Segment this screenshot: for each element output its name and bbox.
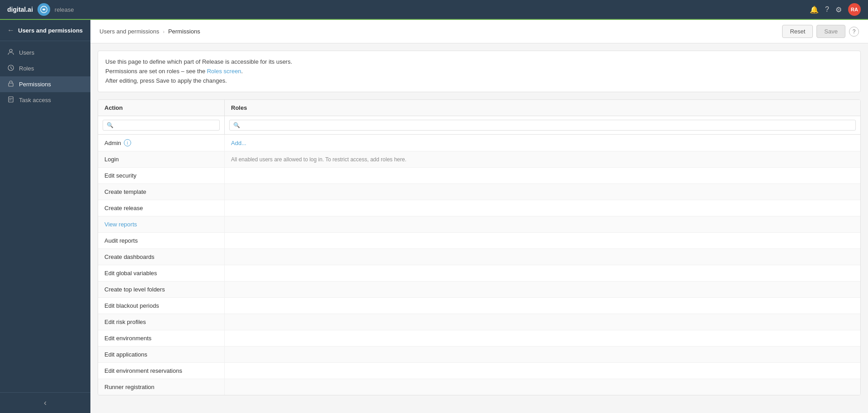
sidebar-item-users[interactable]: Users: [0, 45, 90, 61]
roles-cell: [225, 168, 860, 183]
roles-cell: [225, 233, 860, 249]
roles-cell: [225, 184, 860, 200]
svg-rect-4: [9, 97, 13, 102]
svg-point-1: [9, 49, 12, 52]
sidebar-item-roles[interactable]: Roles: [0, 61, 90, 76]
breadcrumb-permissions: Permissions: [168, 28, 200, 35]
table-row: Create top level folders: [98, 282, 860, 298]
action-label: Create dashboards: [104, 253, 155, 260]
roles-col-header: Roles: [225, 100, 860, 116]
table-row: Edit blackout periods: [98, 298, 860, 314]
search-row: 🔍 🔍: [98, 116, 860, 135]
action-search-wrapper[interactable]: 🔍: [103, 120, 220, 131]
content-header: Users and permissions › Permissions Rese…: [90, 20, 868, 43]
action-col-header: Action: [98, 100, 225, 116]
sidebar-item-task-access-label: Task access: [19, 97, 51, 103]
action-label: Edit risk profiles: [104, 319, 146, 325]
sidebar: ← Users and permissions Users Roles Pe: [0, 20, 90, 413]
users-icon: [7, 49, 14, 56]
table-row: Create template: [98, 184, 860, 200]
action-cell: Create template: [98, 184, 225, 200]
action-cell: Edit security: [98, 168, 225, 183]
action-cell: View reports: [98, 216, 225, 232]
help-icon[interactable]: ?: [825, 5, 829, 14]
roles-cell: All enabled users are allowed to log in.…: [225, 151, 860, 167]
action-label: Edit environment reservations: [104, 367, 182, 374]
sidebar-back-icon[interactable]: ←: [7, 26, 14, 34]
info-line-3: After editing, press Save to apply the c…: [105, 76, 853, 86]
table-row: Edit applications: [98, 347, 860, 363]
sidebar-item-users-label: Users: [19, 49, 34, 56]
add-role-link[interactable]: Add...: [231, 140, 246, 146]
roles-cell: [225, 363, 860, 379]
table-row: Edit environments: [98, 330, 860, 347]
roles-cell: [225, 314, 860, 330]
sidebar-collapse-button[interactable]: ‹: [0, 392, 90, 413]
navbar-right: 🔔 ? ⚙ RA: [810, 3, 861, 16]
product-logo-icon: [38, 3, 50, 16]
table-row: AdminiAdd...: [98, 135, 860, 151]
table-row: Create dashboards: [98, 249, 860, 265]
roles-cell: Add...: [225, 135, 860, 151]
table-row: View reports: [98, 216, 860, 233]
roles-screen-link[interactable]: Roles screen: [207, 68, 241, 75]
action-label: Create top level folders: [104, 286, 165, 293]
table-row: Edit risk profiles: [98, 314, 860, 330]
action-search-cell: 🔍: [98, 116, 225, 134]
page-body: Use this page to define which part of Re…: [90, 43, 868, 413]
roles-cell: [225, 282, 860, 297]
roles-search-input[interactable]: [243, 122, 852, 128]
action-cell: Edit blackout periods: [98, 298, 225, 314]
action-label: Runner registration: [104, 384, 155, 390]
roles-search-cell: 🔍: [225, 116, 860, 134]
action-label: Edit security: [104, 172, 137, 179]
table-row: LoginAll enabled users are allowed to lo…: [98, 151, 860, 168]
table-header-row: Action Roles: [98, 100, 860, 116]
action-cell: Edit applications: [98, 347, 225, 362]
action-cell: Create release: [98, 200, 225, 216]
info-line-2-suffix: .: [241, 68, 243, 75]
reset-button[interactable]: Reset: [782, 25, 813, 38]
sidebar-title: Users and permissions: [18, 27, 83, 34]
sidebar-item-permissions-label: Permissions: [19, 81, 51, 88]
user-avatar[interactable]: RA: [848, 3, 861, 16]
info-line-2-prefix: Permissions are set on roles – see the: [105, 68, 207, 75]
roles-cell: [225, 379, 860, 395]
action-cell: Edit global variables: [98, 265, 225, 281]
sidebar-item-task-access[interactable]: Task access: [0, 92, 90, 108]
breadcrumb-separator: ›: [163, 29, 165, 34]
save-button[interactable]: Save: [816, 25, 845, 38]
action-search-icon: 🔍: [107, 122, 113, 128]
sidebar-header[interactable]: ← Users and permissions: [0, 20, 90, 41]
action-link[interactable]: View reports: [104, 221, 137, 228]
table-row: Edit security: [98, 168, 860, 184]
bell-icon[interactable]: 🔔: [810, 5, 819, 14]
table-row: Audit reports: [98, 233, 860, 249]
action-cell: Edit environments: [98, 330, 225, 346]
action-cell: Login: [98, 151, 225, 167]
product-name: release: [55, 6, 74, 13]
permissions-icon: [7, 80, 14, 88]
settings-icon[interactable]: ⚙: [835, 5, 842, 14]
brand-text: digital.ai: [7, 6, 33, 13]
roles-search-icon: 🔍: [233, 122, 240, 128]
action-cell: Create top level folders: [98, 282, 225, 297]
roles-search-wrapper[interactable]: 🔍: [229, 120, 856, 131]
table-rows: AdminiAdd...LoginAll enabled users are a…: [98, 135, 860, 395]
roles-description: All enabled users are allowed to log in.…: [231, 156, 406, 163]
action-search-input[interactable]: [116, 122, 216, 128]
info-line-2: Permissions are set on roles – see the R…: [105, 67, 853, 76]
info-line-1: Use this page to define which part of Re…: [105, 57, 853, 67]
breadcrumb-users-permissions[interactable]: Users and permissions: [99, 28, 159, 35]
sidebar-item-permissions[interactable]: Permissions: [0, 76, 90, 92]
header-actions: Reset Save ?: [782, 25, 859, 38]
svg-rect-3: [9, 83, 13, 86]
permissions-table: Action Roles 🔍 🔍: [98, 99, 861, 395]
action-label: Edit environments: [104, 335, 151, 342]
table-row: Edit global variables: [98, 265, 860, 282]
action-label: Admin: [104, 140, 121, 146]
roles-cell: [225, 330, 860, 346]
action-info-icon[interactable]: i: [124, 139, 131, 146]
action-label: Create template: [104, 188, 146, 195]
page-help-icon[interactable]: ?: [849, 27, 859, 37]
